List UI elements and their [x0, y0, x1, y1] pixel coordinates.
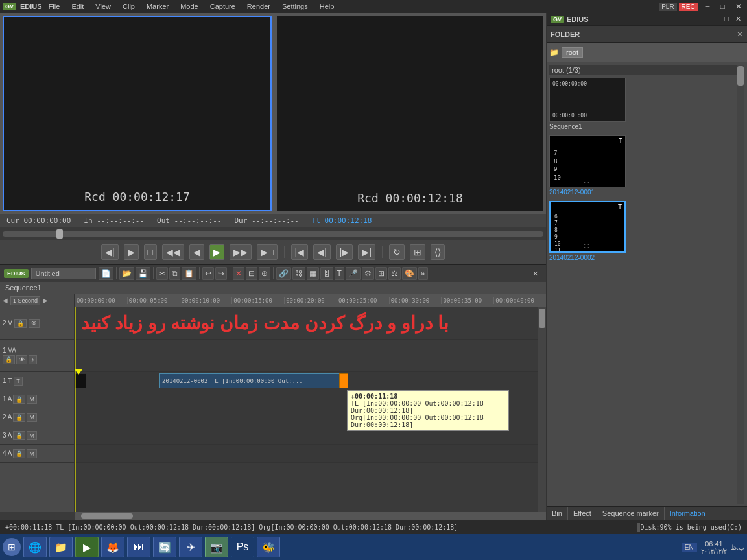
- bin-item-0002[interactable]: T 67891011 -:-:-- 20140212-0002: [549, 201, 737, 261]
- scrubber-bar[interactable]: [0, 228, 546, 240]
- right-panel-close[interactable]: ✕: [733, 15, 743, 23]
- menu-mode[interactable]: Mode: [178, 3, 201, 10]
- a1-mute[interactable]: M: [27, 395, 37, 404]
- zoom-in-btn[interactable]: ▶: [43, 297, 48, 304]
- transport-ff[interactable]: ▶▶: [230, 244, 252, 260]
- tb-ripple-del[interactable]: ⊟: [246, 267, 257, 280]
- menu-render[interactable]: Render: [244, 3, 273, 10]
- maximize-button[interactable]: □: [718, 2, 728, 11]
- tab-bin[interactable]: Bin: [547, 507, 568, 520]
- v1a-eye[interactable]: 👁: [16, 355, 27, 364]
- scrollbar-h-thumb[interactable]: [81, 513, 133, 519]
- tb-delete[interactable]: ✕: [233, 267, 244, 280]
- transport-next-edit[interactable]: ◀|: [313, 244, 331, 260]
- transport-prev-frame[interactable]: |◀: [291, 244, 309, 260]
- tb-new[interactable]: 📄: [99, 267, 113, 280]
- menu-capture[interactable]: Capture: [208, 3, 238, 10]
- transport-loop[interactable]: ↻: [389, 244, 405, 260]
- tb-unlink[interactable]: ⛓: [292, 267, 305, 280]
- bin-item-seq1[interactable]: 00:00:00:00 00:00:01:00 Sequence1: [549, 78, 737, 130]
- bin-scrollbar[interactable]: [737, 65, 744, 504]
- track-v1a-row[interactable]: [75, 340, 538, 372]
- a4-lock[interactable]: 🔒: [13, 449, 25, 458]
- a1-lock[interactable]: 🔒: [13, 395, 25, 404]
- scrubber-thumb[interactable]: [56, 229, 63, 239]
- transport-extra1[interactable]: ⊞: [410, 244, 425, 260]
- tb-group[interactable]: ▦: [307, 267, 319, 280]
- seq-name-input[interactable]: [31, 268, 96, 279]
- menu-view[interactable]: View: [93, 3, 113, 10]
- clip-t1[interactable]: 20140212-0002 TL [In:00:00:00:00 Out:...: [159, 373, 340, 388]
- tb-more[interactable]: »: [418, 267, 428, 280]
- timeline-close[interactable]: ✕: [528, 268, 542, 279]
- tb-grid[interactable]: ⊞: [375, 267, 387, 280]
- menu-edit[interactable]: Edit: [69, 3, 86, 10]
- bin-scroll-thumb[interactable]: [737, 66, 744, 86]
- v1a-audio[interactable]: ♪: [29, 355, 37, 364]
- transport-mark-in[interactable]: ◀|: [101, 244, 119, 260]
- taskbar-icon-rotate[interactable]: 🔄: [153, 537, 176, 557]
- tb-color[interactable]: 🎨: [402, 267, 417, 280]
- transport-play[interactable]: ▶: [209, 244, 224, 260]
- taskbar-start-button[interactable]: ⊞: [3, 538, 21, 556]
- scrollbar-v-thumb[interactable]: [539, 309, 545, 328]
- taskbar-icon-plane[interactable]: ✈: [179, 537, 202, 557]
- tb-extra1[interactable]: ⊕: [259, 267, 270, 280]
- close-button[interactable]: ✕: [733, 2, 744, 11]
- timeline-scrollbar-h[interactable]: [75, 512, 546, 520]
- scrubber-track[interactable]: [3, 231, 543, 237]
- track-t1-row[interactable]: 20140212-0002 TL [In:00:00:00:00 Out:...: [75, 372, 538, 390]
- menu-file[interactable]: File: [46, 3, 63, 10]
- right-panel-maximize[interactable]: □: [722, 15, 731, 23]
- a4-mute[interactable]: M: [27, 449, 37, 458]
- tb-paste[interactable]: 📋: [182, 267, 196, 280]
- tb-redo[interactable]: ↪: [215, 267, 227, 280]
- transport-stop[interactable]: □: [144, 244, 157, 260]
- tb-settings[interactable]: ⚖: [388, 267, 401, 280]
- taskbar-icon-arrow[interactable]: ⏭: [127, 537, 150, 557]
- right-panel-minimize[interactable]: −: [712, 15, 720, 23]
- tb-copy[interactable]: ⧉: [169, 267, 180, 280]
- menu-settings[interactable]: Settings: [279, 3, 311, 10]
- menu-help[interactable]: Help: [317, 3, 337, 10]
- folder-name[interactable]: root: [562, 47, 583, 58]
- tb-mixer[interactable]: 🎛: [320, 267, 333, 280]
- t1-t[interactable]: T: [14, 377, 23, 386]
- tb-link[interactable]: 🔗: [276, 267, 291, 280]
- a3-lock[interactable]: 🔒: [13, 431, 25, 440]
- track-v2-row[interactable]: با دراو و درگ کردن مدت زمان نوشته رو زیا…: [75, 307, 538, 340]
- taskbar-icon-browser[interactable]: 🌐: [23, 537, 47, 557]
- tb-open[interactable]: 📂: [119, 267, 134, 280]
- taskbar-icon-extra[interactable]: 🐝: [257, 537, 280, 557]
- tb-extra2[interactable]: ⚙: [362, 267, 374, 280]
- taskbar-icon-firefox[interactable]: 🦊: [101, 537, 124, 557]
- tab-sequence-marker[interactable]: Sequence marker: [597, 507, 665, 520]
- transport-rew-fast[interactable]: ◀◀: [162, 244, 184, 260]
- transport-ff-end[interactable]: ▶□: [257, 244, 277, 260]
- track-a1-row[interactable]: +00:00:11:18 TL [In:00:00:00:00 Out:00:0…: [75, 390, 538, 408]
- v2-eye[interactable]: 👁: [29, 319, 40, 328]
- tb-text[interactable]: T: [335, 267, 344, 280]
- transport-mark-out[interactable]: ▶|: [358, 244, 375, 260]
- track-a4-row[interactable]: [75, 445, 538, 463]
- tb-save[interactable]: 💾: [136, 267, 150, 280]
- menu-clip[interactable]: Clip: [120, 3, 137, 10]
- a3-mute[interactable]: M: [27, 431, 37, 440]
- transport-prev-edit[interactable]: |▶: [336, 244, 353, 260]
- a2-lock[interactable]: 🔒: [13, 413, 25, 422]
- folder-close-btn[interactable]: ✕: [737, 30, 743, 39]
- timeline-scrollbar-v[interactable]: [538, 307, 546, 512]
- transport-rew[interactable]: ◀: [189, 244, 204, 260]
- tb-undo[interactable]: ↩: [202, 267, 214, 280]
- tb-mic[interactable]: 🎤: [346, 267, 361, 280]
- zoom-out-btn[interactable]: ◀: [3, 297, 8, 304]
- tb-cut[interactable]: ✂: [156, 267, 168, 280]
- v2-lock[interactable]: 🔒: [14, 319, 27, 328]
- menu-marker[interactable]: Marker: [144, 3, 171, 10]
- v1a-lock[interactable]: 🔒: [3, 355, 15, 364]
- bin-item-0001[interactable]: T 78910 -:-:-- 20140212-0001: [549, 135, 737, 196]
- transport-play-rev[interactable]: ▶: [124, 244, 139, 260]
- timeline-ruler[interactable]: 00:00:00:00 00:00:05:00 00:00:10:00 00:0…: [75, 294, 546, 307]
- taskbar-icon-media[interactable]: ▶: [75, 537, 99, 557]
- taskbar-icon-edius-active[interactable]: 📷: [205, 537, 228, 557]
